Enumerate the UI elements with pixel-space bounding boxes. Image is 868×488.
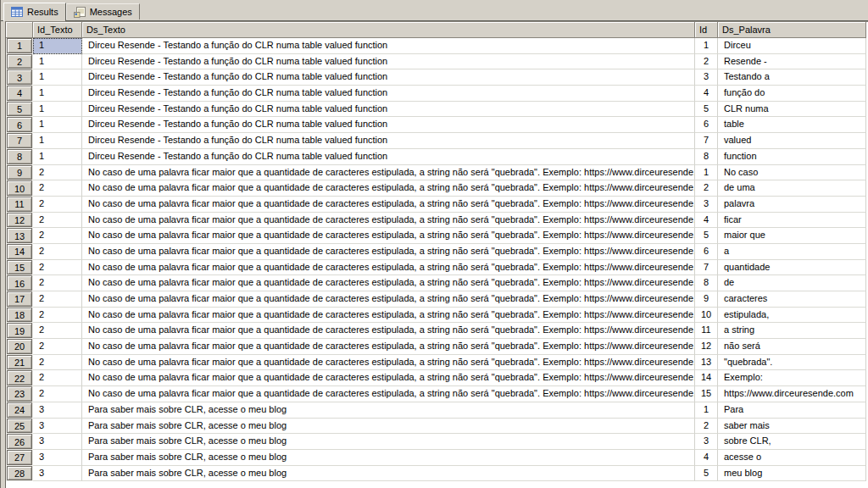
cell-id_texto[interactable]: 3 xyxy=(33,450,82,466)
cell-id_texto[interactable]: 1 xyxy=(33,86,82,102)
cell-ds_texto[interactable]: No caso de uma palavra ficar maior que a… xyxy=(82,339,695,355)
cell-id_texto[interactable]: 2 xyxy=(33,275,82,291)
cell-id_texto[interactable]: 1 xyxy=(33,69,82,86)
cell-ds_palavra[interactable]: quantidade xyxy=(718,260,866,276)
cell-id[interactable]: 2 xyxy=(695,419,718,435)
cell-ds_palavra[interactable]: a xyxy=(718,244,866,260)
cell-ds_texto[interactable]: Dirceu Resende - Testando a função do CL… xyxy=(82,133,695,149)
row-selector-button[interactable]: 25 xyxy=(7,419,32,434)
cell-ds_palavra[interactable]: a string xyxy=(718,323,866,339)
cell-ds_palavra[interactable]: sobre CLR, xyxy=(718,434,866,450)
column-header-corner[interactable] xyxy=(6,22,33,38)
cell-id[interactable]: 10 xyxy=(695,308,718,324)
row-selector-button[interactable]: 16 xyxy=(7,275,32,291)
row-selector-button[interactable]: 5 xyxy=(7,102,32,117)
cell-ds_palavra[interactable]: de xyxy=(718,275,866,291)
cell-ds_texto[interactable]: No caso de uma palavra ficar maior que a… xyxy=(82,386,695,402)
row-selector-button[interactable]: 14 xyxy=(7,244,32,259)
cell-id_texto[interactable]: 3 xyxy=(33,402,82,419)
cell-ds_texto[interactable]: No caso de uma palavra ficar maior que a… xyxy=(82,291,695,308)
cell-id[interactable]: 15 xyxy=(695,386,718,402)
cell-id[interactable]: 3 xyxy=(695,197,718,213)
cell-ds_palavra[interactable]: function xyxy=(718,149,866,165)
cell-id[interactable]: 4 xyxy=(695,450,718,466)
cell-id_texto[interactable]: 2 xyxy=(33,355,82,371)
cell-ds_palavra[interactable]: table xyxy=(718,117,866,133)
cell-ds_palavra[interactable]: função do xyxy=(718,86,866,102)
cell-ds_palavra[interactable]: valued xyxy=(718,133,866,149)
cell-ds_texto[interactable]: Dirceu Resende - Testando a função do CL… xyxy=(82,117,695,133)
cell-ds_texto[interactable]: Dirceu Resende - Testando a função do CL… xyxy=(82,86,695,102)
cell-id[interactable]: 6 xyxy=(695,244,718,260)
cell-id_texto[interactable]: 3 xyxy=(33,419,82,435)
cell-ds_palavra[interactable]: Para xyxy=(718,402,866,419)
cell-ds_texto[interactable]: No caso de uma palavra ficar maior que a… xyxy=(82,308,695,324)
row-selector-button[interactable]: 21 xyxy=(7,355,32,370)
cell-ds_texto[interactable]: Dirceu Resende - Testando a função do CL… xyxy=(82,38,695,54)
cell-id_texto[interactable]: 2 xyxy=(33,213,82,229)
tab-results[interactable]: Results xyxy=(3,3,66,21)
cell-ds_palavra[interactable]: de uma xyxy=(718,180,866,197)
cell-id[interactable]: 4 xyxy=(695,213,718,229)
cell-id_texto[interactable]: 1 xyxy=(33,133,82,149)
cell-ds_palavra[interactable]: No caso xyxy=(718,165,866,181)
cell-ds_palavra[interactable]: Exemplo: xyxy=(718,370,866,386)
cell-ds_texto[interactable]: No caso de uma palavra ficar maior que a… xyxy=(82,260,695,276)
cell-ds_texto[interactable]: Para saber mais sobre CLR, acesse o meu … xyxy=(82,434,695,450)
cell-id_texto[interactable]: 2 xyxy=(33,260,82,276)
cell-id_texto[interactable]: 2 xyxy=(33,308,82,324)
cell-id_texto[interactable]: 1 xyxy=(33,54,82,70)
row-selector-button[interactable]: 22 xyxy=(7,370,32,385)
row-selector-button[interactable]: 4 xyxy=(7,86,32,101)
cell-id_texto[interactable]: 2 xyxy=(33,386,82,402)
cell-ds_palavra[interactable]: caracteres xyxy=(718,291,866,308)
row-selector-button[interactable]: 6 xyxy=(7,117,32,132)
cell-ds_texto[interactable]: Para saber mais sobre CLR, acesse o meu … xyxy=(82,466,695,482)
row-selector-button[interactable]: 27 xyxy=(7,450,32,465)
row-selector-button[interactable]: 12 xyxy=(7,213,32,228)
row-selector-button[interactable]: 19 xyxy=(7,323,32,338)
cell-ds_palavra[interactable]: acesse o xyxy=(718,450,866,466)
cell-id_texto[interactable]: 2 xyxy=(33,165,82,181)
cell-ds_palavra[interactable]: estipulada, xyxy=(718,308,866,324)
cell-id[interactable]: 9 xyxy=(695,291,718,308)
cell-id_texto[interactable]: 1 xyxy=(33,117,82,133)
cell-ds_texto[interactable]: Dirceu Resende - Testando a função do CL… xyxy=(82,149,695,165)
cell-ds_palavra[interactable]: ficar xyxy=(718,213,866,229)
cell-id[interactable]: 8 xyxy=(695,275,718,291)
cell-id_texto[interactable]: 1 xyxy=(33,38,82,54)
cell-ds_palavra[interactable]: meu blog xyxy=(718,466,866,482)
cell-id[interactable]: 1 xyxy=(695,402,718,419)
row-selector-button[interactable]: 1 xyxy=(7,38,32,53)
cell-id[interactable]: 6 xyxy=(695,117,718,133)
cell-id[interactable]: 2 xyxy=(695,180,718,197)
row-selector-button[interactable]: 9 xyxy=(7,165,32,180)
cell-ds_texto[interactable]: No caso de uma palavra ficar maior que a… xyxy=(82,370,695,386)
cell-ds_texto[interactable]: No caso de uma palavra ficar maior que a… xyxy=(82,180,695,197)
cell-id_texto[interactable]: 2 xyxy=(33,370,82,386)
cell-ds_texto[interactable]: No caso de uma palavra ficar maior que a… xyxy=(82,213,695,229)
row-selector-button[interactable]: 18 xyxy=(7,308,32,323)
cell-ds_palavra[interactable]: "quebrada". xyxy=(718,355,866,371)
row-selector-button[interactable]: 28 xyxy=(7,466,32,481)
row-selector-button[interactable]: 23 xyxy=(7,386,32,402)
tab-messages[interactable]: Messages xyxy=(66,3,140,19)
cell-id[interactable]: 13 xyxy=(695,355,718,371)
cell-id[interactable]: 3 xyxy=(695,69,718,86)
cell-id[interactable]: 12 xyxy=(695,339,718,355)
cell-id[interactable]: 5 xyxy=(695,228,718,244)
cell-id[interactable]: 14 xyxy=(695,370,718,386)
row-selector-button[interactable]: 2 xyxy=(7,54,32,69)
cell-id[interactable]: 3 xyxy=(695,434,718,450)
cell-id_texto[interactable]: 2 xyxy=(33,197,82,213)
cell-id[interactable]: 7 xyxy=(695,260,718,276)
cell-ds_palavra[interactable]: saber mais xyxy=(718,419,866,435)
row-selector-button[interactable]: 24 xyxy=(7,402,32,418)
row-selector-button[interactable]: 8 xyxy=(7,149,32,164)
cell-ds_texto[interactable]: No caso de uma palavra ficar maior que a… xyxy=(82,165,695,181)
results-grid[interactable]: Id_TextoDs_TextoIdDs_Palavra 11Dirceu Re… xyxy=(5,21,868,488)
cell-ds_palavra[interactable]: https://www.dirceuresende.com xyxy=(718,386,866,402)
cell-id[interactable]: 5 xyxy=(695,466,718,482)
cell-id[interactable]: 1 xyxy=(695,38,718,54)
cell-ds_palavra[interactable]: não será xyxy=(718,339,866,355)
